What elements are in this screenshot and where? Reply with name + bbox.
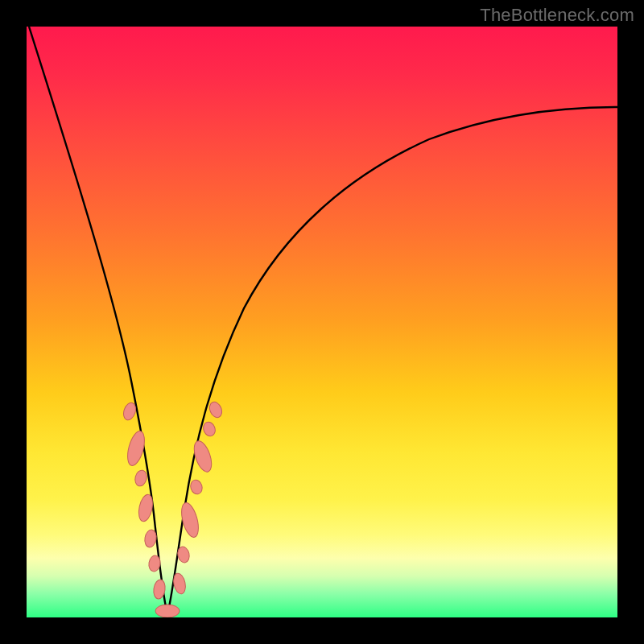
marker [134, 469, 148, 488]
marker [189, 478, 204, 495]
curve-layer [27, 27, 617, 617]
marker [155, 605, 180, 617]
plot-area [27, 27, 617, 617]
chart-frame: TheBottleneck.com [0, 0, 644, 644]
watermark-text: TheBottleneck.com [480, 5, 634, 26]
bottleneck-curve [29, 27, 617, 615]
marker [208, 400, 225, 419]
marker [201, 420, 217, 438]
